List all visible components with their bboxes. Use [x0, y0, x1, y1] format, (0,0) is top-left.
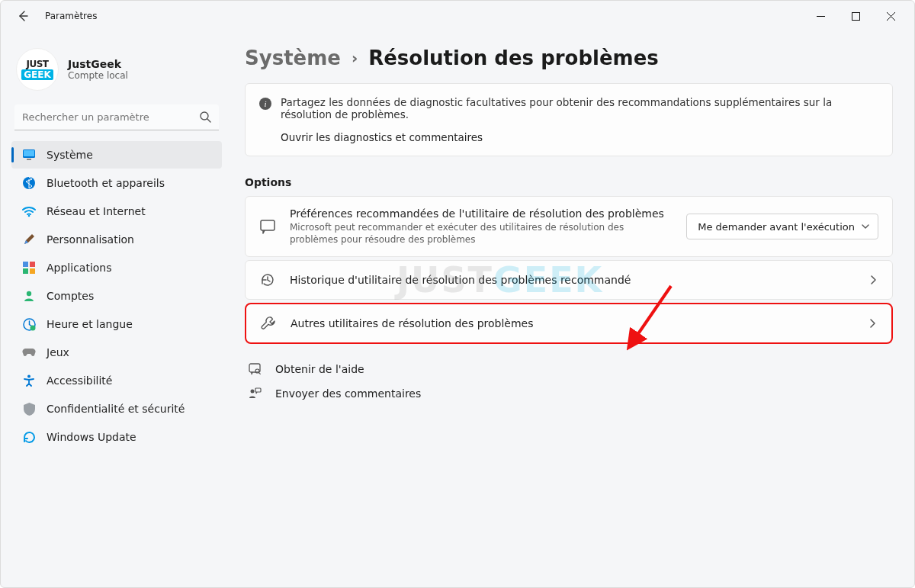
profile-block[interactable]: JUST GEEK JustGeek Compte local: [11, 42, 222, 104]
breadcrumb: Système › Résolution des problèmes: [245, 47, 893, 69]
svg-rect-15: [261, 220, 274, 230]
svg-point-6: [28, 215, 30, 217]
svg-rect-16: [249, 364, 260, 372]
bluetooth-icon: [22, 176, 36, 190]
option-troubleshooter-history[interactable]: Historique d'utilitaire de résolution de…: [245, 260, 893, 300]
options-heading: Options: [245, 176, 893, 188]
wifi-icon: [22, 204, 36, 218]
back-button[interactable]: [11, 5, 34, 27]
svg-rect-9: [23, 268, 28, 274]
option-other-troubleshooters[interactable]: Autres utilitaires de résolution des pro…: [245, 303, 893, 344]
nav-label: Applications: [47, 262, 112, 274]
svg-rect-4: [27, 159, 31, 160]
clock-globe-icon: [22, 317, 36, 331]
profile-subtitle: Compte local: [68, 70, 128, 81]
shield-icon: [22, 402, 36, 416]
nav-item-network[interactable]: Réseau et Internet: [11, 198, 222, 225]
close-icon: [887, 12, 895, 21]
svg-rect-8: [30, 262, 35, 267]
banner-text: Partagez les données de diagnostic facul…: [281, 96, 878, 120]
svg-point-18: [251, 390, 255, 394]
option-title: Autres utilitaires de résolution des pro…: [291, 317, 853, 329]
nav-item-apps[interactable]: Applications: [11, 254, 222, 281]
history-icon: [259, 272, 276, 288]
svg-point-1: [201, 112, 208, 120]
nav-label: Heure et langue: [47, 318, 133, 330]
nav-item-time-language[interactable]: Heure et langue: [11, 310, 222, 338]
avatar: JUST GEEK: [16, 48, 59, 91]
open-diagnostics-link[interactable]: Ouvrir les diagnostics et commentaires: [281, 131, 878, 143]
nav-item-accounts[interactable]: Comptes: [11, 282, 222, 310]
nav-label: Bluetooth et appareils: [47, 177, 165, 189]
apps-icon: [22, 261, 36, 275]
nav-label: Système: [47, 149, 93, 161]
option-title: Préférences recommandées de l'utilitaire…: [290, 207, 673, 220]
avatar-text-2: GEEK: [21, 69, 53, 80]
option-troubleshooter-prefs[interactable]: Préférences recommandées de l'utilitaire…: [245, 196, 893, 257]
person-icon: [22, 289, 36, 303]
settings-window: Paramètres JUST GEEK JustGeek Compte loc…: [0, 0, 915, 588]
nav-item-gaming[interactable]: Jeux: [11, 339, 222, 366]
troubleshooter-prefs-dropdown[interactable]: Me demander avant l'exécution: [686, 214, 878, 239]
link-label: Envoyer des commentaires: [275, 387, 421, 400]
footer-links: Obtenir de l'aide Envoyer des commentair…: [245, 362, 893, 400]
arrow-left-icon: [17, 10, 29, 22]
send-feedback-link[interactable]: Envoyer des commentaires: [248, 387, 893, 400]
link-label: Obtenir de l'aide: [275, 363, 364, 375]
nav-label: Confidentialité et sécurité: [47, 403, 185, 415]
get-help-link[interactable]: Obtenir de l'aide: [248, 362, 893, 376]
breadcrumb-current: Résolution des problèmes: [368, 47, 659, 69]
accessibility-icon: [22, 374, 36, 387]
window-controls: [803, 4, 908, 28]
feedback-icon: [259, 218, 276, 235]
brush-icon: [22, 233, 36, 246]
gamepad-icon: [22, 345, 36, 359]
nav-label: Jeux: [47, 346, 69, 358]
search-input[interactable]: [14, 104, 219, 130]
svg-point-11: [27, 291, 31, 296]
svg-rect-19: [255, 388, 261, 392]
nav-label: Personnalisation: [47, 233, 134, 246]
maximize-button[interactable]: [838, 4, 873, 28]
nav-label: Réseau et Internet: [47, 205, 146, 217]
nav-list: Système Bluetooth et appareils Réseau et…: [11, 141, 222, 451]
profile-name: JustGeek: [68, 58, 128, 70]
breadcrumb-parent[interactable]: Système: [245, 47, 341, 69]
main-content: Système › Résolution des problèmes i Par…: [230, 31, 914, 587]
svg-rect-3: [24, 150, 34, 156]
minimize-button[interactable]: [803, 4, 838, 28]
svg-point-13: [30, 325, 35, 330]
window-title: Paramètres: [45, 11, 97, 21]
chevron-right-icon: [868, 275, 878, 285]
diagnostic-banner: i Partagez les données de diagnostic fac…: [245, 83, 893, 156]
info-icon: i: [259, 98, 271, 110]
dropdown-value: Me demander avant l'exécution: [698, 221, 855, 233]
nav-label: Windows Update: [47, 431, 136, 443]
titlebar: Paramètres: [1, 1, 914, 31]
chevron-down-icon: [861, 222, 870, 231]
help-icon: [248, 362, 263, 376]
chevron-right-icon: ›: [352, 49, 358, 67]
close-button[interactable]: [873, 4, 908, 28]
sidebar: JUST GEEK JustGeek Compte local Système: [1, 31, 230, 587]
svg-rect-7: [23, 262, 28, 267]
option-subtitle: Microsoft peut recommander et exécuter d…: [290, 221, 673, 246]
feedback-person-icon: [248, 387, 263, 400]
nav-item-bluetooth[interactable]: Bluetooth et appareils: [11, 169, 222, 197]
search-box: [14, 104, 219, 130]
nav-item-privacy[interactable]: Confidentialité et sécurité: [11, 395, 222, 423]
nav-item-accessibility[interactable]: Accessibilité: [11, 367, 222, 394]
svg-rect-10: [30, 268, 35, 274]
nav-item-personalization[interactable]: Personnalisation: [11, 226, 222, 253]
minimize-icon: [817, 12, 825, 21]
option-title: Historique d'utilitaire de résolution de…: [290, 274, 854, 286]
nav-item-update[interactable]: Windows Update: [11, 423, 222, 451]
avatar-text-1: JUST: [26, 59, 48, 69]
maximize-icon: [852, 12, 860, 21]
monitor-icon: [22, 148, 36, 162]
chevron-right-icon: [867, 318, 878, 329]
nav-label: Comptes: [47, 290, 94, 302]
search-icon: [199, 111, 211, 123]
svg-rect-0: [852, 12, 859, 20]
nav-item-system[interactable]: Système: [11, 141, 222, 169]
